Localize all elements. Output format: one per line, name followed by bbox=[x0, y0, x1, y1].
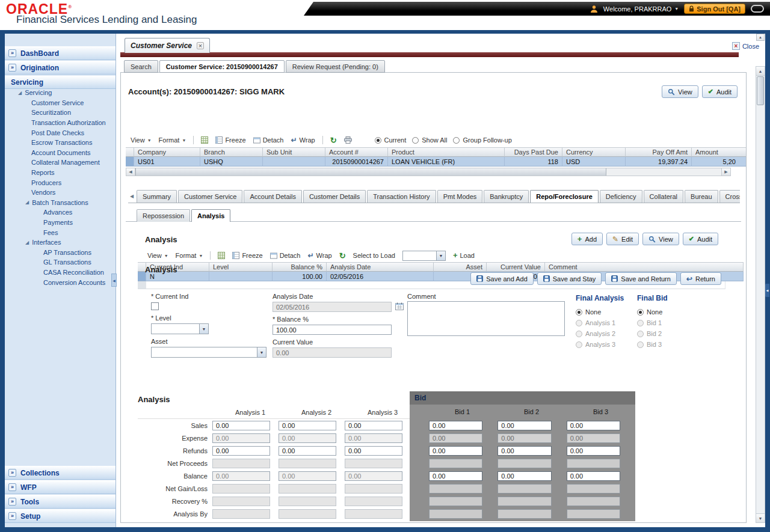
scroll-right-arrow[interactable]: ▶ bbox=[721, 168, 730, 176]
current-ind-checkbox[interactable] bbox=[151, 302, 159, 310]
col-header-currency[interactable]: Currency bbox=[562, 147, 626, 157]
view-menu[interactable]: View▼ bbox=[131, 136, 152, 144]
col-header-asset[interactable]: Asset bbox=[434, 262, 487, 272]
scroll-thumb[interactable] bbox=[135, 168, 606, 176]
bid-field[interactable]: 0.00 bbox=[567, 446, 620, 456]
save-and-return-button[interactable]: Save and Return bbox=[605, 272, 677, 285]
welcome-menu[interactable]: Welcome, PRAKRRAO▼ bbox=[603, 5, 679, 13]
col-header-company[interactable]: Company bbox=[134, 147, 200, 157]
matrix-field[interactable] bbox=[345, 459, 402, 468]
balance-pct-field[interactable]: 100.00 bbox=[273, 325, 392, 335]
sidebar-section[interactable]: » Setup bbox=[5, 509, 116, 523]
sidebar-section-servicing[interactable]: Servicing bbox=[5, 76, 116, 89]
bid-field[interactable]: 0.00 bbox=[429, 446, 482, 456]
row-selector[interactable] bbox=[126, 157, 134, 167]
bid-field[interactable] bbox=[429, 497, 482, 506]
tree-expanded-icon[interactable]: ◢ bbox=[18, 90, 22, 96]
sign-out-button[interactable]: Sign Out [QA] bbox=[684, 4, 745, 14]
comment-textarea[interactable] bbox=[407, 301, 565, 336]
load-button[interactable]: +Load bbox=[453, 252, 475, 259]
level-select[interactable]: ▼ bbox=[151, 323, 209, 334]
bid-field[interactable] bbox=[497, 484, 551, 494]
tree-item[interactable]: Post Date Checks bbox=[5, 127, 116, 138]
return-button[interactable]: ↩Return bbox=[680, 272, 721, 285]
final-analysis-radio[interactable]: Analysis 3 bbox=[576, 339, 636, 350]
tree-item[interactable]: Securitization bbox=[5, 108, 116, 118]
bid-field[interactable] bbox=[429, 509, 482, 519]
tree-item[interactable]: Producers bbox=[5, 177, 116, 188]
final-bid-radio[interactable]: Bid 1 bbox=[637, 317, 697, 328]
detail-tab[interactable]: Customer Service bbox=[178, 190, 242, 203]
bid-field[interactable]: 0.00 bbox=[567, 433, 620, 443]
refresh-icon[interactable]: ↻ bbox=[330, 136, 337, 145]
matrix-field[interactable]: 0.00 bbox=[279, 421, 336, 430]
tab-close-icon[interactable]: × bbox=[197, 42, 204, 49]
tabs-scroll-left-icon[interactable]: ◀ bbox=[128, 194, 135, 199]
freeze-button[interactable]: Freeze bbox=[232, 252, 262, 259]
bid-field[interactable]: 0.00 bbox=[567, 471, 620, 481]
format-menu[interactable]: Format▼ bbox=[159, 136, 186, 144]
matrix-field[interactable] bbox=[279, 509, 336, 519]
save-and-stay-button[interactable]: Save and Stay bbox=[537, 272, 602, 285]
export-icon[interactable] bbox=[218, 252, 225, 259]
panel-collapse-handle[interactable]: ◀ bbox=[765, 284, 769, 297]
filter-radio[interactable]: Group Follow-up bbox=[453, 136, 511, 144]
matrix-field[interactable]: 0.00 bbox=[345, 433, 402, 443]
col-header-pay-off-amt[interactable]: Pay Off Amt bbox=[626, 147, 692, 157]
page-tab[interactable]: Customer Service: 20150900014267 bbox=[159, 60, 285, 73]
bid-field[interactable]: 0.00 bbox=[497, 471, 551, 481]
page-tab[interactable]: Review Request (Pending: 0) bbox=[286, 60, 385, 73]
tree-node-interfaces[interactable]: ◢ Interfaces bbox=[5, 237, 116, 248]
detail-tab[interactable]: Repo/Foreclosure bbox=[530, 190, 599, 203]
audit-button[interactable]: ✔ Audit bbox=[702, 85, 738, 98]
matrix-field[interactable] bbox=[212, 459, 270, 468]
export-icon[interactable] bbox=[201, 136, 208, 144]
tree-item[interactable]: Escrow Transactions bbox=[5, 138, 116, 148]
final-analysis-radio[interactable]: None bbox=[576, 307, 636, 317]
bid-field[interactable] bbox=[567, 484, 620, 494]
wrap-button[interactable]: ↵Wrap bbox=[291, 136, 315, 144]
tree-node-servicing[interactable]: ◢ Servicing bbox=[5, 88, 116, 98]
tree-item[interactable]: Fees bbox=[5, 227, 116, 237]
detail-tab[interactable]: Bureau bbox=[685, 190, 718, 203]
col-header-product[interactable]: Product bbox=[388, 147, 505, 157]
tree-item[interactable]: Payments bbox=[5, 218, 116, 228]
tree-node-batch-transactions[interactable]: ◢ Batch Transactions bbox=[5, 198, 116, 208]
tree-item[interactable]: Collateral Management bbox=[5, 157, 116, 168]
matrix-field[interactable] bbox=[279, 497, 336, 506]
bid-field[interactable]: 0.00 bbox=[497, 433, 551, 443]
detail-tab[interactable]: Cross/Up bbox=[719, 190, 740, 203]
scroll-up-arrow[interactable]: ▲ bbox=[756, 67, 765, 76]
sidebar-collapse-handle[interactable]: ◀ bbox=[111, 274, 117, 287]
col-header-analysis-date[interactable]: Analysis Date bbox=[327, 262, 434, 272]
matrix-field[interactable]: 0.00 bbox=[279, 446, 336, 456]
detach-button[interactable]: Detach bbox=[270, 252, 301, 259]
page-tab[interactable]: Search bbox=[124, 60, 158, 73]
col-header-branch[interactable]: Branch bbox=[200, 147, 263, 157]
detach-button[interactable]: Detach bbox=[253, 136, 284, 144]
tree-item[interactable]: Advances bbox=[5, 207, 116, 218]
tree-item[interactable]: Account Documents bbox=[5, 148, 116, 158]
asset-select[interactable]: ▼ bbox=[151, 347, 266, 358]
sidebar-section[interactable]: » Origination bbox=[5, 61, 116, 75]
scroll-left-arrow[interactable]: ◀ bbox=[126, 168, 135, 176]
final-analysis-radio[interactable]: Analysis 1 bbox=[576, 317, 636, 328]
matrix-field[interactable]: 0.00 bbox=[279, 433, 336, 443]
tree-item[interactable]: GL Transactions bbox=[5, 257, 116, 268]
tree-item[interactable]: Transaction Authorization bbox=[5, 118, 116, 128]
bid-field[interactable]: 0.00 bbox=[497, 421, 551, 430]
sub-tab[interactable]: Repossession bbox=[137, 209, 190, 222]
bid-field[interactable] bbox=[567, 509, 620, 519]
matrix-field[interactable] bbox=[212, 484, 270, 494]
bid-field[interactable]: 0.00 bbox=[567, 421, 620, 430]
detail-tab[interactable]: Collateral bbox=[644, 190, 683, 203]
bid-field[interactable]: 0.00 bbox=[429, 471, 482, 481]
bid-field[interactable] bbox=[567, 497, 620, 506]
freeze-button[interactable]: Freeze bbox=[215, 136, 245, 144]
detail-tab[interactable]: Customer Details bbox=[303, 190, 366, 203]
view-menu[interactable]: View▼ bbox=[147, 252, 168, 259]
matrix-field[interactable]: 0.00 bbox=[212, 446, 270, 456]
refresh-icon[interactable]: ↻ bbox=[339, 251, 346, 260]
matrix-field[interactable]: 0.00 bbox=[345, 446, 402, 456]
col-header-balance-pct[interactable]: Balance % bbox=[273, 262, 327, 272]
